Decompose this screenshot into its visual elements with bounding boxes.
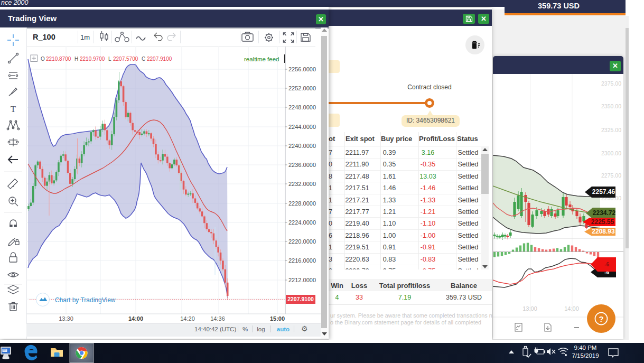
svg-text:2248.0000: 2248.0000: [288, 104, 316, 110]
svg-text:-6: -6: [604, 262, 609, 267]
svg-text:13:00: 13:00: [522, 305, 537, 312]
svg-text:2240.0000: 2240.0000: [288, 143, 316, 149]
svg-text:14:00: 14:00: [564, 305, 579, 312]
svg-text:2236.0000: 2236.0000: [288, 162, 316, 168]
svg-text:2375.00: 2375.00: [601, 80, 621, 87]
svg-text:2216.0000: 2216.0000: [288, 257, 316, 264]
svg-text:2252.0000: 2252.0000: [288, 85, 316, 91]
svg-text:T: T: [11, 104, 16, 114]
svg-text:2224.0000: 2224.0000: [288, 219, 316, 226]
svg-text:2210.9700: 2210.9700: [80, 56, 105, 62]
svg-text:2256.0000: 2256.0000: [288, 66, 316, 72]
svg-text:2207.5700: 2207.5700: [113, 56, 138, 62]
svg-text:?: ?: [599, 314, 603, 323]
svg-text:2232.0000: 2232.0000: [288, 181, 316, 187]
svg-text:2325.00: 2325.00: [601, 127, 621, 133]
svg-text:2244.0000: 2244.0000: [288, 124, 316, 130]
svg-text:O: O: [41, 56, 45, 62]
svg-text:2350.00: 2350.00: [601, 103, 621, 109]
svg-text:15:00: 15:00: [270, 315, 285, 322]
svg-text:14:36: 14:36: [210, 315, 225, 322]
svg-text:Chart by TradingView: Chart by TradingView: [55, 296, 116, 304]
svg-text:2257.46: 2257.46: [592, 188, 615, 196]
svg-text:realtime feed: realtime feed: [244, 56, 279, 62]
svg-text:2207.9100: 2207.9100: [147, 56, 172, 62]
svg-text:2208.93: 2208.93: [592, 228, 615, 235]
svg-text:2275.00: 2275.00: [601, 172, 621, 179]
svg-text:L: L: [108, 56, 111, 62]
svg-text:2300.00: 2300.00: [601, 150, 621, 156]
svg-text:2210.8700: 2210.8700: [46, 56, 71, 62]
svg-text:14:20: 14:20: [180, 315, 195, 322]
svg-text:2228.0000: 2228.0000: [288, 200, 316, 207]
svg-text:13:30: 13:30: [59, 315, 73, 322]
svg-text:2207.9100: 2207.9100: [287, 296, 314, 302]
svg-text:2220.0000: 2220.0000: [288, 238, 316, 245]
svg-text:H: H: [74, 56, 78, 62]
svg-text:2234.72: 2234.72: [593, 209, 616, 217]
svg-text:2212.0000: 2212.0000: [288, 277, 316, 283]
svg-text:14:00: 14:00: [128, 315, 143, 322]
svg-text:2225.55: 2225.55: [591, 218, 614, 226]
svg-text:C: C: [142, 56, 145, 62]
